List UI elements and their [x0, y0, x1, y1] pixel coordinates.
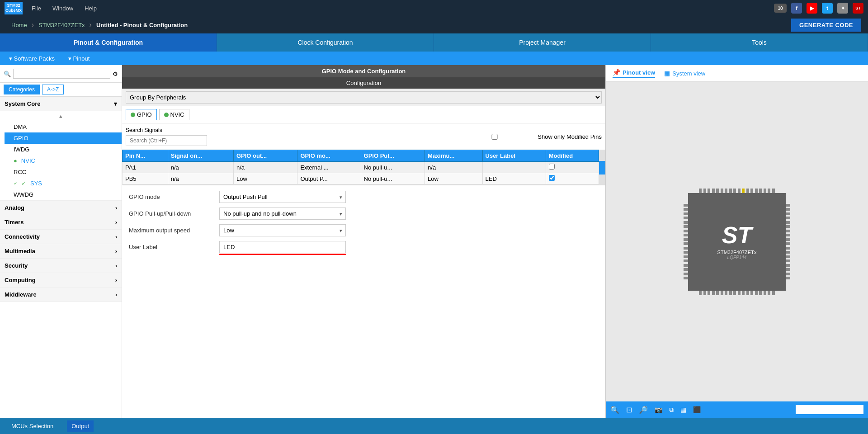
config-bar: Configuration [122, 77, 605, 89]
tab-pinout[interactable]: Pinout & Configuration [0, 33, 217, 52]
sidebar-item-rcc[interactable]: RCC [5, 166, 122, 178]
chip-area: ST STM32F407ZETx LQFP144 [606, 82, 868, 401]
pin [703, 189, 706, 193]
sys-check-icon: ✓ [21, 180, 26, 187]
sidebar-item-dma[interactable]: DMA [5, 121, 122, 132]
st-icon[interactable]: ST [853, 3, 863, 14]
col-modified[interactable]: Modified [546, 150, 599, 162]
pin [750, 189, 753, 193]
col-user-label[interactable]: User Label [482, 150, 546, 162]
generate-code-button[interactable]: GENERATE CODE [791, 19, 861, 32]
breadcrumb-project[interactable]: Untitled - Pinout & Configuration [92, 22, 192, 28]
col-output[interactable]: GPIO out... [233, 150, 297, 162]
breadcrumb: Home › STM32F407ZETx › Untitled - Pinout… [0, 16, 868, 33]
scrollbar-thumb[interactable] [599, 161, 605, 175]
col-mode[interactable]: GPIO mo... [297, 150, 361, 162]
sidebar-item-iwdg[interactable]: IWDG [5, 144, 122, 155]
gpio-mode-select[interactable]: Output Push Pull [219, 191, 346, 203]
view-tab-system[interactable]: ▦ System view [664, 70, 705, 77]
col-max[interactable]: Maximu... [425, 150, 482, 162]
twitter-icon[interactable]: t [822, 3, 833, 14]
cell-max-pa1: n/a [425, 162, 482, 173]
sidebar-item-nvic[interactable]: ● NVIC [5, 155, 122, 166]
gear-icon[interactable]: ⚙ [113, 71, 118, 77]
gpio-tab-gpio[interactable]: GPIO [126, 109, 157, 120]
network-icon[interactable]: ✦ [837, 3, 848, 14]
col-signal[interactable]: Signal on... [168, 150, 233, 162]
pin [768, 189, 770, 193]
layers-button[interactable]: ⧉ [669, 406, 674, 414]
table-row[interactable]: PB5 n/a Low Output P... No pull-u... Low… [123, 173, 599, 184]
computing-label: Computing [5, 277, 36, 283]
breadcrumb-home[interactable]: Home [7, 22, 32, 28]
cell-modified-pb5 [546, 173, 599, 184]
sidebar-section-header-multimedia[interactable]: Multimedia › [0, 244, 122, 258]
show-modified-label[interactable]: Show only Modified Pins [454, 133, 602, 140]
table-scrollbar[interactable] [599, 150, 605, 184]
sidebar-item-gpio[interactable]: GPIO [5, 132, 122, 144]
view-tab-pinout[interactable]: 📌 Pinout view [613, 69, 655, 78]
breadcrumb-device[interactable]: STM32F407ZETx [34, 22, 90, 28]
facebook-icon[interactable]: f [791, 3, 802, 14]
max-speed-control: Low ▾ [219, 224, 599, 236]
tab-clock[interactable]: Clock Configuration [217, 33, 434, 52]
youtube-icon[interactable]: ▶ [807, 3, 817, 14]
sidebar-search-area: 🔍 ⚙ [0, 65, 122, 83]
zoom-search-input[interactable] [796, 405, 863, 414]
pin [684, 208, 688, 211]
cell-pull-pa1: No pull-u... [361, 162, 425, 173]
sidebar-section-system-core: System Core ▾ ▴ DMA GPIO IWDG ● NVIC [0, 97, 122, 201]
pin [684, 264, 688, 267]
modified-checkbox-pb5[interactable] [549, 175, 555, 181]
capture-button[interactable]: 📷 [655, 406, 662, 413]
sidebar-section-multimedia: Multimedia › [0, 244, 122, 259]
group-by-select[interactable]: Group By Peripherals [126, 91, 602, 104]
zoom-in-button[interactable]: 🔍 [610, 406, 619, 414]
pin [699, 189, 702, 193]
sidebar-section-header-system-core[interactable]: System Core ▾ [0, 97, 122, 111]
sidebar-item-wwdg[interactable]: WWDG [5, 189, 122, 200]
sidebar-section-header-computing[interactable]: Computing › [0, 273, 122, 287]
sidebar-search-input[interactable] [13, 69, 110, 79]
user-label-input[interactable] [219, 241, 346, 253]
grid-button[interactable]: ▦ [680, 406, 686, 413]
gpio-tab-nvic[interactable]: NVIC [159, 109, 189, 120]
tab-tools[interactable]: Tools [651, 33, 868, 52]
sidebar-section-header-connectivity[interactable]: Connectivity › [0, 230, 122, 244]
fit-button[interactable]: ⊡ [626, 406, 632, 414]
sub-tab-software-packs[interactable]: ▾ Software Packs [9, 55, 55, 62]
filter-tab-az[interactable]: A->Z [42, 85, 64, 94]
gpio-pull-select[interactable]: No pull-up and no pull-down [219, 208, 346, 220]
zoom-out-button[interactable]: 🔎 [639, 406, 648, 414]
bottom-tab-output[interactable]: Output [67, 420, 94, 432]
filter-tab-categories[interactable]: Categories [4, 85, 40, 94]
table-row[interactable]: PA1 n/a n/a External ... No pull-u... n/… [123, 162, 599, 173]
max-speed-select[interactable]: Low [219, 224, 346, 236]
search-signals-input[interactable] [126, 135, 207, 146]
bottom-tab-mcu[interactable]: MCUs Selection [7, 420, 58, 432]
sidebar-item-sys[interactable]: ✓ SYS [5, 178, 122, 189]
pin [699, 291, 702, 295]
export-button[interactable]: ⬛ [693, 406, 701, 413]
pin [708, 291, 710, 295]
cell-signal-pb5: n/a [168, 173, 233, 184]
col-pull[interactable]: GPIO Pul... [361, 150, 425, 162]
tab-project-manager[interactable]: Project Manager [434, 33, 651, 52]
sub-tab-pinout[interactable]: ▾ Pinout [68, 55, 90, 62]
sidebar-section-header-security[interactable]: Security › [0, 259, 122, 273]
zoom-toolbar: 🔍 ⊡ 🔎 📷 ⧉ ▦ ⬛ [606, 401, 868, 418]
sidebar-section-header-timers[interactable]: Timers › [0, 215, 122, 229]
show-modified-checkbox[interactable] [454, 134, 535, 140]
col-pin[interactable]: Pin N... [123, 150, 168, 162]
pin [684, 273, 688, 275]
menu-window[interactable]: Window [52, 5, 73, 12]
menu-help[interactable]: Help [85, 5, 97, 12]
sidebar-section-header-middleware[interactable]: Middleware › [0, 288, 122, 302]
modified-checkbox-pa1[interactable] [549, 164, 555, 170]
pin [725, 291, 727, 295]
pin [755, 189, 758, 193]
sidebar-section-header-analog[interactable]: Analog › [0, 201, 122, 215]
menu-file[interactable]: File [32, 5, 41, 12]
gpio-panel-title: GPIO Mode and Configuration [322, 68, 406, 75]
scroll-up-arrow[interactable]: ▴ [0, 111, 122, 121]
